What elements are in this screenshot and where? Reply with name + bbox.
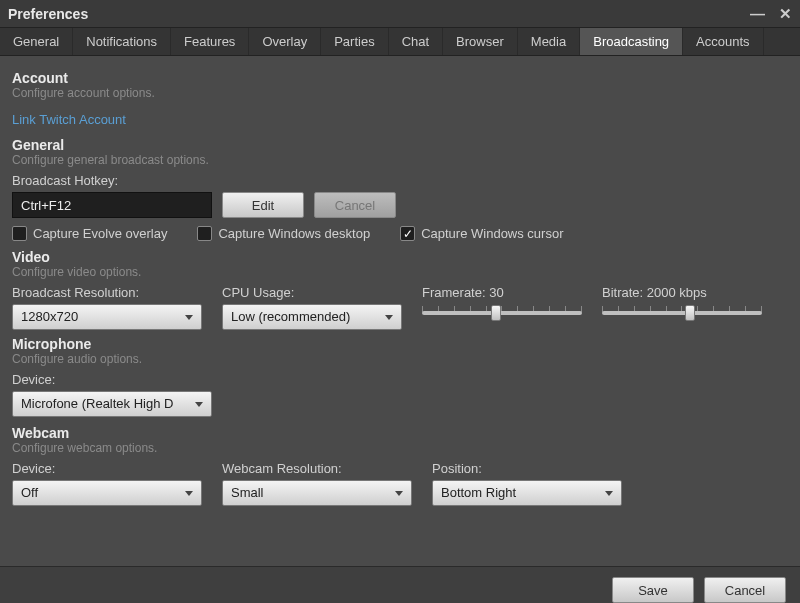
broadcast-hotkey-input[interactable]	[12, 192, 212, 218]
tab-notifications[interactable]: Notifications	[73, 28, 171, 55]
webcam-device-select[interactable]: Off	[12, 480, 202, 506]
webcam-device-label: Device:	[12, 461, 202, 476]
broadcast-hotkey-label: Broadcast Hotkey:	[12, 173, 788, 188]
tab-features[interactable]: Features	[171, 28, 249, 55]
webcam-resolution-select[interactable]: Small	[222, 480, 412, 506]
tab-parties[interactable]: Parties	[321, 28, 388, 55]
general-section-title: General	[12, 137, 788, 153]
mic-device-select[interactable]: Microfone (Realtek High D	[12, 391, 212, 417]
microphone-section-title: Microphone	[12, 336, 788, 352]
microphone-section-desc: Configure audio options.	[12, 352, 788, 366]
general-section-desc: Configure general broadcast options.	[12, 153, 788, 167]
tab-accounts[interactable]: Accounts	[683, 28, 763, 55]
tab-browser[interactable]: Browser	[443, 28, 518, 55]
video-section-title: Video	[12, 249, 788, 265]
webcam-position-label: Position:	[432, 461, 622, 476]
webcam-position-select[interactable]: Bottom Right	[432, 480, 622, 506]
tabs-bar: General Notifications Features Overlay P…	[0, 28, 800, 56]
window-controls: — ✕	[750, 5, 792, 23]
tab-general[interactable]: General	[0, 28, 73, 55]
save-button[interactable]: Save	[612, 577, 694, 603]
webcam-section-desc: Configure webcam options.	[12, 441, 788, 455]
capture-desktop-checkbox[interactable]	[197, 226, 212, 241]
cancel-hotkey-button: Cancel	[314, 192, 396, 218]
framerate-label: Framerate: 30	[422, 285, 582, 300]
titlebar: Preferences — ✕	[0, 0, 800, 28]
window-title: Preferences	[8, 6, 88, 22]
link-twitch-account[interactable]: Link Twitch Account	[12, 112, 126, 127]
tab-chat[interactable]: Chat	[389, 28, 443, 55]
bitrate-thumb[interactable]	[685, 305, 695, 321]
broadcast-resolution-label: Broadcast Resolution:	[12, 285, 202, 300]
capture-cursor-label: Capture Windows cursor	[421, 226, 563, 241]
tab-overlay[interactable]: Overlay	[249, 28, 321, 55]
tab-media[interactable]: Media	[518, 28, 580, 55]
capture-overlay-checkbox[interactable]	[12, 226, 27, 241]
capture-cursor-checkbox[interactable]	[400, 226, 415, 241]
content-panel: Account Configure account options. Link …	[0, 56, 800, 566]
account-section-title: Account	[12, 70, 788, 86]
cpu-usage-label: CPU Usage:	[222, 285, 402, 300]
framerate-thumb[interactable]	[491, 305, 501, 321]
close-icon[interactable]: ✕	[779, 5, 792, 23]
mic-device-label: Device:	[12, 372, 788, 387]
bitrate-slider[interactable]	[602, 304, 762, 322]
cancel-button[interactable]: Cancel	[704, 577, 786, 603]
edit-hotkey-button[interactable]: Edit	[222, 192, 304, 218]
cpu-usage-select[interactable]: Low (recommended)	[222, 304, 402, 330]
bitrate-label: Bitrate: 2000 kbps	[602, 285, 762, 300]
tab-broadcasting[interactable]: Broadcasting	[580, 28, 683, 55]
account-section-desc: Configure account options.	[12, 86, 788, 100]
framerate-slider[interactable]	[422, 304, 582, 322]
webcam-section-title: Webcam	[12, 425, 788, 441]
capture-desktop-label: Capture Windows desktop	[218, 226, 370, 241]
minimize-icon[interactable]: —	[750, 5, 765, 23]
broadcast-resolution-select[interactable]: 1280x720	[12, 304, 202, 330]
video-section-desc: Configure video options.	[12, 265, 788, 279]
footer-bar: Save Cancel	[0, 566, 800, 603]
webcam-resolution-label: Webcam Resolution:	[222, 461, 412, 476]
capture-overlay-label: Capture Evolve overlay	[33, 226, 167, 241]
